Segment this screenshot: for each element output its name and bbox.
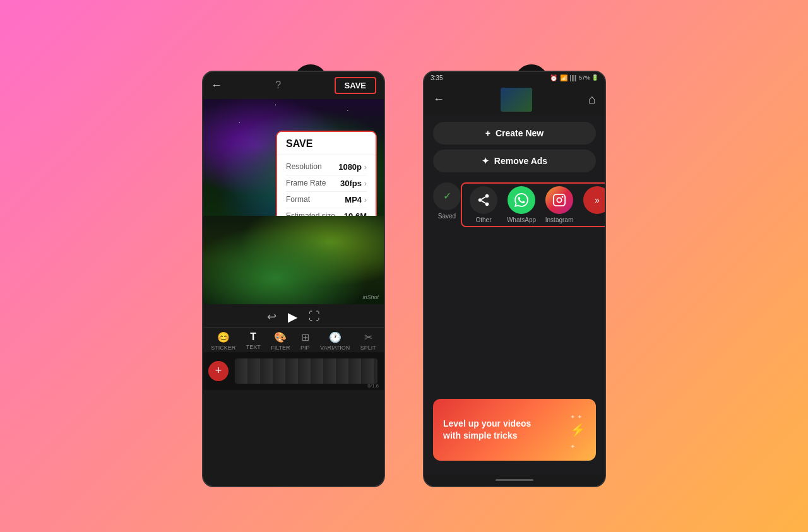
phone1: ← ? SAVE SAVE Resolution 1080p: [202, 71, 385, 487]
split-icon: ✂: [364, 331, 372, 343]
instagram-icon: [545, 186, 573, 214]
svg-point-0: [485, 194, 489, 198]
format-value: MP4: [345, 195, 367, 204]
back-arrow-icon[interactable]: ←: [211, 79, 222, 92]
filter-icon: 🎨: [274, 331, 287, 343]
framerate-value: 30fps: [340, 179, 367, 188]
estimated-size-label: Estimated size: [286, 211, 335, 216]
whatsapp-label: WhatsApp: [507, 216, 536, 223]
back-arrow-icon[interactable]: ←: [433, 93, 444, 106]
instagram-label: Instagram: [545, 216, 573, 223]
page-indicator: 0/1.6: [367, 383, 379, 389]
timeline-strip[interactable]: [235, 358, 377, 384]
other-label: Other: [475, 216, 491, 223]
share-whatsapp[interactable]: WhatsApp: [502, 186, 540, 223]
watermark-text: inShot: [362, 294, 379, 300]
sticker-label: STICKER: [211, 345, 235, 351]
framerate-label: Frame Rate: [286, 179, 326, 187]
pip-icon: ⊞: [301, 331, 309, 343]
sticker-icon: 😊: [217, 331, 230, 343]
playback-controls: ↩ ▶ ⛶: [203, 304, 384, 327]
text-icon: T: [250, 331, 256, 343]
variation-tool[interactable]: 🕐 VARIATION: [320, 331, 350, 351]
share-instagram[interactable]: Instagram: [540, 186, 578, 223]
play-icon[interactable]: ▶: [288, 309, 297, 324]
share-highlight-group: Other WhatsApp: [461, 182, 606, 227]
split-tool[interactable]: ✂ SPLIT: [360, 331, 376, 351]
resolution-value: 1080p: [338, 162, 367, 172]
phone1-topbar: ← ? SAVE: [203, 72, 384, 99]
edit-toolbar: 😊 STICKER T TEXT 🎨 FILTER ⊞ PIP 🕐 V: [203, 327, 384, 352]
text-label: TEXT: [246, 344, 261, 350]
home-line: [496, 479, 533, 481]
other-icon: [470, 186, 497, 214]
status-time: 3:35: [431, 74, 443, 81]
format-row[interactable]: Format MP4: [286, 192, 367, 208]
remove-ads-label: Remove Ads: [494, 156, 547, 166]
save-popup-title: SAVE: [277, 132, 376, 155]
remove-ads-icon: ✦: [482, 156, 489, 166]
framerate-row[interactable]: Frame Rate 30fps: [286, 175, 367, 192]
create-new-label: Create New: [496, 128, 544, 138]
create-new-icon: +: [485, 128, 490, 138]
video-preview-2: inShot: [203, 216, 384, 304]
resolution-row[interactable]: Resolution 1080p: [286, 159, 367, 175]
share-saved[interactable]: ✓ Saved: [433, 182, 461, 220]
save-button[interactable]: SAVE: [335, 77, 376, 94]
alarm-icon: ⏰: [550, 74, 557, 81]
create-new-button[interactable]: + Create New: [433, 122, 596, 145]
more-icon: »: [583, 186, 606, 214]
svg-point-7: [562, 196, 564, 198]
promo-banner[interactable]: Level up your videos with simple tricks …: [433, 399, 596, 461]
home-indicator: [424, 475, 605, 486]
variation-label: VARIATION: [320, 345, 350, 351]
phone2-topbar: ← ⌂: [424, 84, 605, 115]
estimated-size-value: 19.6M: [344, 211, 367, 216]
svg-rect-5: [554, 194, 565, 205]
action-buttons: + Create New ✦ Remove Ads: [424, 115, 605, 179]
filter-label: FILTER: [271, 345, 290, 351]
timeline: + 0/1.6: [203, 352, 384, 390]
promo-text: Level up your videos with simple tricks: [443, 418, 531, 440]
help-icon[interactable]: ?: [275, 80, 281, 91]
promo-line1: Level up your videos: [443, 418, 531, 429]
sticker-tool[interactable]: 😊 STICKER: [211, 331, 235, 351]
text-tool[interactable]: T TEXT: [246, 331, 261, 351]
promo-line2: with simple tricks: [443, 430, 517, 440]
share-section: ✓ Saved: [424, 179, 605, 231]
video-preview-1: SAVE Resolution 1080p Frame Rate 30fps F…: [203, 99, 384, 216]
fullscreen-icon[interactable]: ⛶: [309, 310, 320, 323]
pip-label: PIP: [300, 345, 310, 351]
svg-point-6: [557, 198, 561, 202]
signal-icon: ||||: [570, 74, 576, 81]
share-more[interactable]: »: [578, 186, 606, 223]
pip-tool[interactable]: ⊞ PIP: [300, 331, 310, 351]
wifi-icon: 📶: [560, 74, 567, 81]
saved-icon: ✓: [433, 182, 461, 210]
promo-sparkles: ✦ ✦ ⚡ ✦: [570, 408, 586, 452]
share-other[interactable]: Other: [465, 186, 502, 223]
svg-point-1: [478, 198, 482, 202]
svg-line-3: [482, 201, 485, 203]
undo-icon[interactable]: ↩: [267, 310, 276, 324]
status-bar: 3:35 ⏰ 📶 |||| 57% 🔋: [424, 72, 605, 84]
phone2: 3:35 ⏰ 📶 |||| 57% 🔋 ← ⌂: [423, 71, 606, 487]
battery-indicator: 57% 🔋: [579, 74, 598, 81]
whatsapp-icon: [508, 186, 535, 214]
battery-level: 57%: [579, 74, 590, 81]
remove-ads-button[interactable]: ✦ Remove Ads: [433, 150, 596, 172]
svg-line-4: [482, 196, 485, 199]
filter-tool[interactable]: 🎨 FILTER: [271, 331, 290, 351]
svg-point-2: [485, 202, 489, 206]
format-label: Format: [286, 195, 310, 204]
resolution-label: Resolution: [286, 162, 322, 171]
split-label: SPLIT: [360, 345, 376, 351]
save-popup: SAVE Resolution 1080p Frame Rate 30fps F…: [276, 131, 377, 216]
video-thumbnail[interactable]: [501, 88, 532, 112]
estimated-size-row: Estimated size 19.6M: [286, 208, 367, 216]
variation-icon: 🕐: [329, 331, 342, 343]
add-clip-button[interactable]: +: [208, 361, 229, 381]
saved-label: Saved: [438, 213, 456, 220]
home-icon[interactable]: ⌂: [588, 92, 596, 107]
